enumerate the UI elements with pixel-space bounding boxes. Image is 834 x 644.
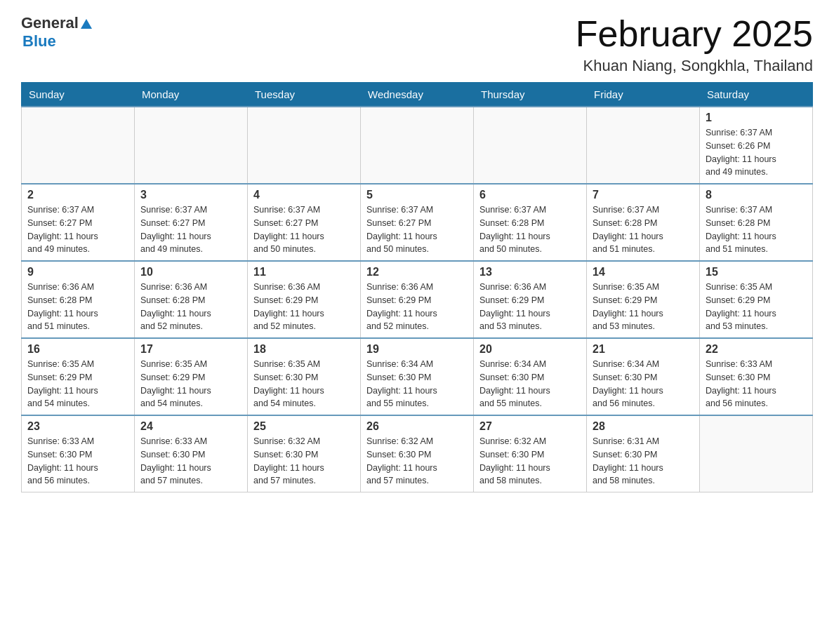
- calendar-cell: 17Sunrise: 6:35 AM Sunset: 6:29 PM Dayli…: [135, 338, 248, 415]
- day-number: 17: [140, 343, 241, 356]
- day-info: Sunrise: 6:34 AM Sunset: 6:30 PM Dayligh…: [593, 358, 694, 410]
- calendar-cell: 25Sunrise: 6:32 AM Sunset: 6:30 PM Dayli…: [248, 415, 361, 492]
- calendar-cell: 7Sunrise: 6:37 AM Sunset: 6:28 PM Daylig…: [587, 184, 700, 261]
- calendar-cell: 1Sunrise: 6:37 AM Sunset: 6:26 PM Daylig…: [700, 107, 813, 184]
- day-number: 21: [593, 343, 694, 356]
- col-saturday: Saturday: [700, 83, 813, 107]
- day-number: 1: [706, 112, 807, 124]
- col-wednesday: Wednesday: [361, 83, 474, 107]
- week-row-3: 9Sunrise: 6:36 AM Sunset: 6:28 PM Daylig…: [22, 261, 813, 338]
- title-area: February 2025 Khuan Niang, Songkhla, Tha…: [576, 14, 813, 75]
- calendar-cell: [474, 107, 587, 184]
- day-number: 27: [479, 420, 581, 433]
- day-info: Sunrise: 6:33 AM Sunset: 6:30 PM Dayligh…: [27, 435, 128, 488]
- calendar-cell: 3Sunrise: 6:37 AM Sunset: 6:27 PM Daylig…: [135, 184, 248, 261]
- calendar-cell: 16Sunrise: 6:35 AM Sunset: 6:29 PM Dayli…: [22, 338, 135, 415]
- day-number: 6: [479, 189, 581, 201]
- week-row-2: 2Sunrise: 6:37 AM Sunset: 6:27 PM Daylig…: [22, 184, 813, 261]
- calendar-table: Sunday Monday Tuesday Wednesday Thursday…: [21, 82, 813, 492]
- week-row-1: 1Sunrise: 6:37 AM Sunset: 6:26 PM Daylig…: [22, 107, 813, 184]
- day-info: Sunrise: 6:36 AM Sunset: 6:29 PM Dayligh…: [253, 281, 355, 333]
- month-title: February 2025: [576, 14, 813, 54]
- day-info: Sunrise: 6:37 AM Sunset: 6:27 PM Dayligh…: [27, 203, 128, 256]
- day-info: Sunrise: 6:33 AM Sunset: 6:30 PM Dayligh…: [706, 358, 807, 410]
- day-number: 28: [593, 420, 694, 433]
- day-info: Sunrise: 6:37 AM Sunset: 6:28 PM Dayligh…: [706, 203, 807, 256]
- day-info: Sunrise: 6:36 AM Sunset: 6:28 PM Dayligh…: [140, 281, 241, 333]
- day-number: 3: [140, 189, 241, 201]
- col-sunday: Sunday: [22, 83, 135, 107]
- calendar-cell: 20Sunrise: 6:34 AM Sunset: 6:30 PM Dayli…: [474, 338, 587, 415]
- day-info: Sunrise: 6:35 AM Sunset: 6:29 PM Dayligh…: [593, 281, 694, 333]
- calendar-cell: [361, 107, 474, 184]
- calendar-cell: 13Sunrise: 6:36 AM Sunset: 6:29 PM Dayli…: [474, 261, 587, 338]
- day-number: 9: [27, 266, 128, 279]
- day-info: Sunrise: 6:32 AM Sunset: 6:30 PM Dayligh…: [479, 435, 581, 488]
- day-info: Sunrise: 6:35 AM Sunset: 6:29 PM Dayligh…: [27, 358, 128, 410]
- day-number: 14: [593, 266, 694, 279]
- logo-arrow-icon: [80, 18, 93, 30]
- day-number: 19: [366, 343, 468, 356]
- logo: General Blue: [21, 14, 93, 51]
- day-number: 16: [27, 343, 128, 356]
- day-info: Sunrise: 6:36 AM Sunset: 6:29 PM Dayligh…: [366, 281, 468, 333]
- day-number: 20: [479, 343, 581, 356]
- calendar-cell: 10Sunrise: 6:36 AM Sunset: 6:28 PM Dayli…: [135, 261, 248, 338]
- calendar-cell: 2Sunrise: 6:37 AM Sunset: 6:27 PM Daylig…: [22, 184, 135, 261]
- calendar-cell: 22Sunrise: 6:33 AM Sunset: 6:30 PM Dayli…: [700, 338, 813, 415]
- calendar-cell: 23Sunrise: 6:33 AM Sunset: 6:30 PM Dayli…: [22, 415, 135, 492]
- day-info: Sunrise: 6:31 AM Sunset: 6:30 PM Dayligh…: [593, 435, 694, 488]
- calendar-cell: 28Sunrise: 6:31 AM Sunset: 6:30 PM Dayli…: [587, 415, 700, 492]
- day-info: Sunrise: 6:37 AM Sunset: 6:27 PM Dayligh…: [366, 203, 468, 256]
- page-header: General Blue February 2025 Khuan Niang, …: [21, 14, 813, 75]
- day-number: 13: [479, 266, 581, 279]
- day-info: Sunrise: 6:35 AM Sunset: 6:29 PM Dayligh…: [140, 358, 241, 410]
- location-subtitle: Khuan Niang, Songkhla, Thailand: [576, 57, 813, 75]
- calendar-cell: 6Sunrise: 6:37 AM Sunset: 6:28 PM Daylig…: [474, 184, 587, 261]
- calendar-cell: [135, 107, 248, 184]
- day-info: Sunrise: 6:35 AM Sunset: 6:30 PM Dayligh…: [253, 358, 355, 410]
- day-number: 23: [27, 420, 128, 433]
- day-info: Sunrise: 6:34 AM Sunset: 6:30 PM Dayligh…: [479, 358, 581, 410]
- day-info: Sunrise: 6:37 AM Sunset: 6:26 PM Dayligh…: [706, 126, 807, 179]
- calendar-cell: 26Sunrise: 6:32 AM Sunset: 6:30 PM Dayli…: [361, 415, 474, 492]
- day-info: Sunrise: 6:32 AM Sunset: 6:30 PM Dayligh…: [366, 435, 468, 488]
- day-number: 18: [253, 343, 355, 356]
- week-row-4: 16Sunrise: 6:35 AM Sunset: 6:29 PM Dayli…: [22, 338, 813, 415]
- day-number: 25: [253, 420, 355, 433]
- calendar-cell: 19Sunrise: 6:34 AM Sunset: 6:30 PM Dayli…: [361, 338, 474, 415]
- calendar-cell: 4Sunrise: 6:37 AM Sunset: 6:27 PM Daylig…: [248, 184, 361, 261]
- day-number: 26: [366, 420, 468, 433]
- col-thursday: Thursday: [474, 83, 587, 107]
- calendar-cell: [700, 415, 813, 492]
- calendar-cell: 11Sunrise: 6:36 AM Sunset: 6:29 PM Dayli…: [248, 261, 361, 338]
- calendar-cell: 9Sunrise: 6:36 AM Sunset: 6:28 PM Daylig…: [22, 261, 135, 338]
- col-friday: Friday: [587, 83, 700, 107]
- day-number: 12: [366, 266, 468, 279]
- day-number: 10: [140, 266, 241, 279]
- day-number: 15: [706, 266, 807, 279]
- col-tuesday: Tuesday: [248, 83, 361, 107]
- day-number: 22: [706, 343, 807, 356]
- week-row-5: 23Sunrise: 6:33 AM Sunset: 6:30 PM Dayli…: [22, 415, 813, 492]
- calendar-header-row: Sunday Monday Tuesday Wednesday Thursday…: [22, 83, 813, 107]
- day-info: Sunrise: 6:35 AM Sunset: 6:29 PM Dayligh…: [706, 281, 807, 333]
- day-info: Sunrise: 6:37 AM Sunset: 6:28 PM Dayligh…: [479, 203, 581, 256]
- day-number: 5: [366, 189, 468, 201]
- calendar-cell: 14Sunrise: 6:35 AM Sunset: 6:29 PM Dayli…: [587, 261, 700, 338]
- calendar-cell: 27Sunrise: 6:32 AM Sunset: 6:30 PM Dayli…: [474, 415, 587, 492]
- calendar-cell: 18Sunrise: 6:35 AM Sunset: 6:30 PM Dayli…: [248, 338, 361, 415]
- day-info: Sunrise: 6:36 AM Sunset: 6:28 PM Dayligh…: [27, 281, 128, 333]
- calendar-cell: [248, 107, 361, 184]
- day-info: Sunrise: 6:34 AM Sunset: 6:30 PM Dayligh…: [366, 358, 468, 410]
- day-info: Sunrise: 6:32 AM Sunset: 6:30 PM Dayligh…: [253, 435, 355, 488]
- calendar-cell: 24Sunrise: 6:33 AM Sunset: 6:30 PM Dayli…: [135, 415, 248, 492]
- day-number: 11: [253, 266, 355, 279]
- calendar-cell: 21Sunrise: 6:34 AM Sunset: 6:30 PM Dayli…: [587, 338, 700, 415]
- logo-blue-text: Blue: [22, 32, 56, 50]
- day-number: 2: [27, 189, 128, 201]
- logo-general-text: General: [21, 14, 79, 32]
- day-number: 24: [140, 420, 241, 433]
- calendar-cell: [22, 107, 135, 184]
- day-info: Sunrise: 6:33 AM Sunset: 6:30 PM Dayligh…: [140, 435, 241, 488]
